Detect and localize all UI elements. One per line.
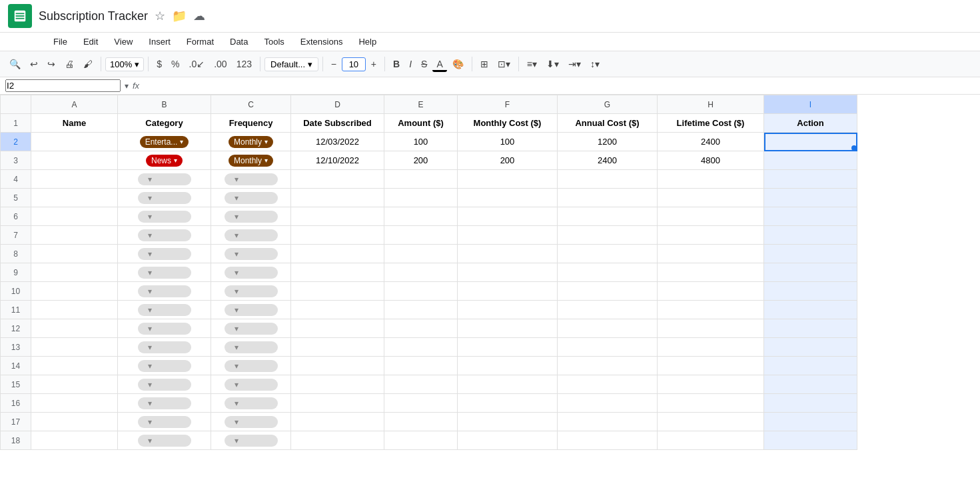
decrease-decimal[interactable]: .0↙ — [185, 56, 209, 72]
cell-f12[interactable] — [458, 319, 558, 338]
cell-c10[interactable]: ▾ — [211, 282, 291, 301]
cell-f18[interactable] — [458, 431, 558, 450]
empty-dropdown-b8[interactable]: ▾ — [138, 248, 191, 260]
menu-data[interactable]: Data — [223, 34, 254, 49]
cell-f17[interactable] — [458, 413, 558, 431]
star-icon[interactable]: ☆ — [155, 9, 165, 23]
cell-a14[interactable] — [31, 357, 118, 375]
cell-g11[interactable] — [558, 301, 658, 319]
rotate-button[interactable]: ↕▾ — [586, 56, 604, 72]
cell-b2[interactable]: Enterta... ▾ — [118, 133, 211, 151]
cell-c15[interactable]: ▾ — [211, 375, 291, 394]
cell-g3[interactable]: 2400 — [558, 151, 658, 170]
cell-c9[interactable]: ▾ — [211, 263, 291, 282]
header-monthly-cost[interactable]: Monthly Cost ($) — [458, 114, 558, 133]
cell-a5[interactable] — [31, 189, 118, 207]
cell-i2[interactable] — [764, 133, 857, 151]
cell-a7[interactable] — [31, 226, 118, 245]
cell-g12[interactable] — [558, 319, 658, 338]
col-header-g[interactable]: G — [558, 95, 658, 114]
currency-button[interactable]: $ — [153, 56, 166, 72]
empty-dropdown-c11[interactable]: ▾ — [225, 304, 278, 316]
frequency-dropdown-3[interactable]: Monthly ▾ — [229, 155, 273, 167]
cell-e6[interactable] — [384, 207, 458, 226]
format-123[interactable]: 123 — [233, 56, 256, 72]
empty-dropdown-c17[interactable]: ▾ — [225, 416, 278, 428]
empty-dropdown-c18[interactable]: ▾ — [225, 435, 278, 447]
cell-a9[interactable] — [31, 263, 118, 282]
cell-h8[interactable] — [658, 245, 764, 263]
col-header-e[interactable]: E — [384, 95, 458, 114]
header-date[interactable]: Date Subscribed — [291, 114, 384, 133]
cell-g15[interactable] — [558, 375, 658, 394]
undo-button[interactable]: ↩ — [26, 56, 42, 72]
cell-c11[interactable]: ▾ — [211, 301, 291, 319]
cell-b10[interactable]: ▾ — [118, 282, 211, 301]
empty-dropdown-c12[interactable]: ▾ — [225, 323, 278, 335]
cell-d14[interactable] — [291, 357, 384, 375]
cell-h9[interactable] — [658, 263, 764, 282]
empty-dropdown-c13[interactable]: ▾ — [225, 341, 278, 353]
wrap-button[interactable]: ⇥▾ — [564, 56, 585, 72]
cell-b13[interactable]: ▾ — [118, 338, 211, 357]
cell-d8[interactable] — [291, 245, 384, 263]
redo-button[interactable]: ↪ — [43, 56, 59, 72]
cell-b16[interactable]: ▾ — [118, 394, 211, 413]
empty-dropdown-b17[interactable]: ▾ — [138, 416, 191, 428]
empty-dropdown-b15[interactable]: ▾ — [138, 379, 191, 391]
cell-g9[interactable] — [558, 263, 658, 282]
col-header-h[interactable]: H — [658, 95, 764, 114]
cell-g7[interactable] — [558, 226, 658, 245]
cell-c6[interactable]: ▾ — [211, 207, 291, 226]
cell-d7[interactable] — [291, 226, 384, 245]
cell-i10[interactable] — [764, 282, 857, 301]
cell-e12[interactable] — [384, 319, 458, 338]
cell-f7[interactable] — [458, 226, 558, 245]
cell-f11[interactable] — [458, 301, 558, 319]
cell-f8[interactable] — [458, 245, 558, 263]
cell-g2[interactable]: 1200 — [558, 133, 658, 151]
font-size[interactable]: 10 — [342, 57, 366, 71]
strikethrough-button[interactable]: S — [417, 56, 431, 72]
bold-button[interactable]: B — [389, 56, 404, 72]
cell-a10[interactable] — [31, 282, 118, 301]
cell-a13[interactable] — [31, 338, 118, 357]
decrease-font[interactable]: − — [327, 56, 340, 72]
cell-i7[interactable] — [764, 226, 857, 245]
cell-f6[interactable] — [458, 207, 558, 226]
cell-c8[interactable]: ▾ — [211, 245, 291, 263]
cell-c14[interactable]: ▾ — [211, 357, 291, 375]
cell-a4[interactable] — [31, 170, 118, 189]
category-dropdown-2[interactable]: Enterta... ▾ — [140, 136, 189, 148]
cell-h2[interactable]: 2400 — [658, 133, 764, 151]
cell-b14[interactable]: ▾ — [118, 357, 211, 375]
save-icon[interactable]: 📁 — [172, 9, 187, 23]
cell-c12[interactable]: ▾ — [211, 319, 291, 338]
cell-d4[interactable] — [291, 170, 384, 189]
cell-b11[interactable]: ▾ — [118, 301, 211, 319]
cell-h16[interactable] — [658, 394, 764, 413]
cell-e4[interactable] — [384, 170, 458, 189]
cell-f2[interactable]: 100 — [458, 133, 558, 151]
menu-tools[interactable]: Tools — [257, 34, 290, 49]
cell-g14[interactable] — [558, 357, 658, 375]
cell-i3[interactable] — [764, 151, 857, 170]
menu-format[interactable]: Format — [180, 34, 221, 49]
cell-h14[interactable] — [658, 357, 764, 375]
cell-c13[interactable]: ▾ — [211, 338, 291, 357]
empty-dropdown-b9[interactable]: ▾ — [138, 267, 191, 279]
cell-i13[interactable] — [764, 338, 857, 357]
cell-h3[interactable]: 4800 — [658, 151, 764, 170]
cell-b4[interactable]: ▾ — [118, 170, 211, 189]
menu-view[interactable]: View — [107, 34, 139, 49]
cell-g18[interactable] — [558, 431, 658, 450]
cell-b18[interactable]: ▾ — [118, 431, 211, 450]
cell-c7[interactable]: ▾ — [211, 226, 291, 245]
empty-dropdown-c7[interactable]: ▾ — [225, 229, 278, 241]
cell-d9[interactable] — [291, 263, 384, 282]
cell-d17[interactable] — [291, 413, 384, 431]
cell-g4[interactable] — [558, 170, 658, 189]
cell-b7[interactable]: ▾ — [118, 226, 211, 245]
cell-f9[interactable] — [458, 263, 558, 282]
cell-e13[interactable] — [384, 338, 458, 357]
